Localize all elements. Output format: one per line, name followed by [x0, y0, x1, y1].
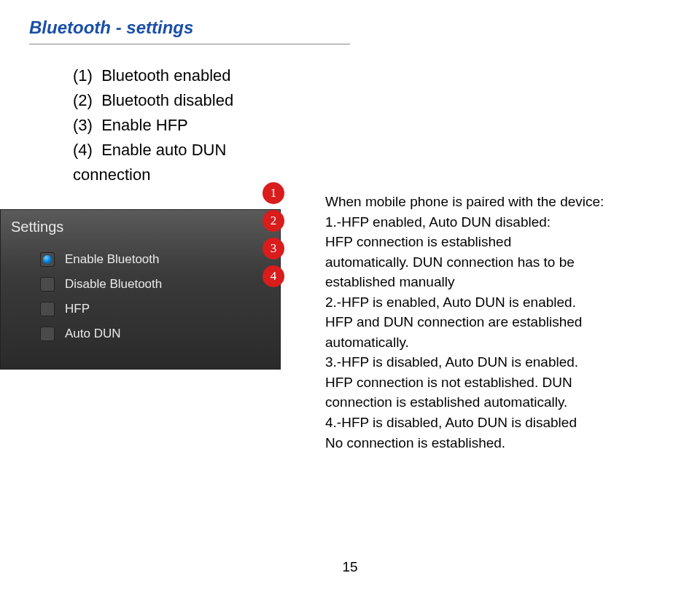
callout-badge: 1: [262, 182, 284, 204]
callout-badge: 2: [262, 210, 284, 232]
settings-panel-screenshot: Settings Enable Bluetooth Disable Blueto…: [0, 209, 281, 370]
panel-heading: Settings: [11, 219, 270, 235]
setting-label: Disable Bluetooth: [65, 277, 162, 292]
radio-off-icon: [40, 277, 55, 292]
list-item: (3) Enable HFP: [73, 113, 299, 138]
setting-label: Enable Bluetooth: [65, 252, 160, 267]
setting-row-hfp: HFP: [40, 297, 270, 321]
list-item: (1) Bluetooth enabled: [73, 63, 299, 88]
radio-on-icon: [40, 252, 55, 267]
setting-row-disable-bluetooth: Disable Bluetooth: [40, 272, 270, 297]
page-number: 15: [0, 559, 700, 575]
list-item: (4) Enable auto DUN connection: [73, 138, 299, 187]
callout-badge: 4: [262, 265, 284, 287]
setting-label: HFP: [65, 302, 90, 316]
list-item: (2) Bluetooth disabled: [73, 88, 299, 113]
setting-row-enable-bluetooth: Enable Bluetooth: [40, 247, 270, 272]
callout-badge: 3: [262, 238, 284, 260]
page-title: Bluetooth - settings: [29, 17, 671, 38]
checkbox-off-icon: [40, 302, 55, 316]
setting-row-auto-dun: Auto DUN: [40, 321, 270, 346]
checkbox-off-icon: [40, 327, 55, 341]
explanation-text: When mobile phone is paired with the dev…: [325, 63, 668, 453]
title-rule: [29, 44, 350, 44]
setting-label: Auto DUN: [65, 327, 121, 341]
numbered-list: (1) Bluetooth enabled (2) Bluetooth disa…: [73, 63, 299, 187]
